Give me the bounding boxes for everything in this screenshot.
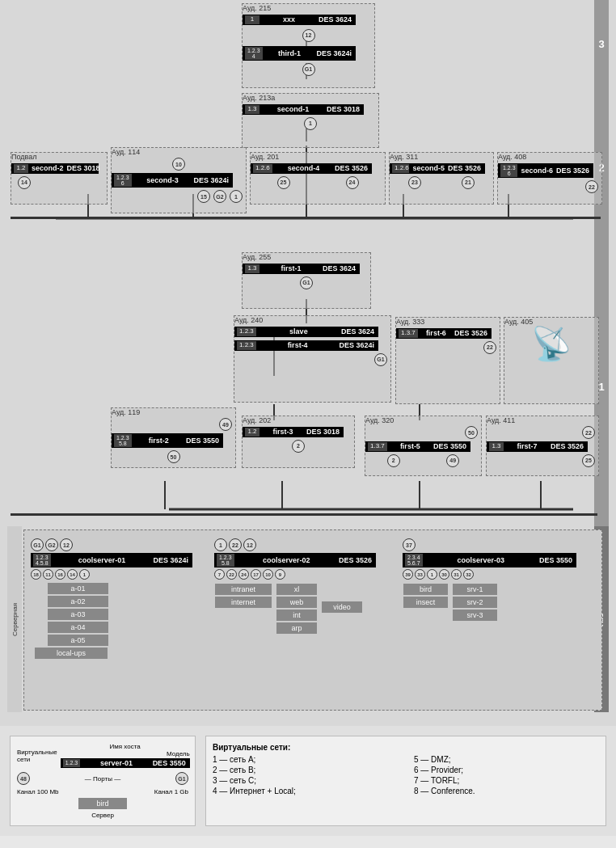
name-second4: second-4 xyxy=(274,164,333,172)
model-second4: DES 3526 xyxy=(333,164,369,172)
room-aud240: Ауд. 240 1.2.3 slave DES 3624 1.2.3 firs… xyxy=(234,315,391,403)
legend-model-label: Модель xyxy=(61,750,190,757)
room-label-aud201: Ауд. 201 xyxy=(251,153,385,161)
legend-right: Виртуальные сети: 1 — сеть А; 5 — DMZ; 2… xyxy=(205,736,606,826)
node-22-aud411: 22 xyxy=(582,426,595,439)
server-room-label: Серверная xyxy=(7,526,22,712)
room-label-aud408: Ауд. 408 xyxy=(498,153,601,161)
vs-a04: a-04 xyxy=(48,622,108,633)
node-14: 14 xyxy=(18,176,31,189)
node-22-aud333: 22 xyxy=(483,341,496,354)
node-22-cs02: 22 xyxy=(229,538,242,551)
device-xxx: 1 xxx DES 3624 xyxy=(243,15,356,25)
device-first4: 1.2.3 first-4 DES 3624i xyxy=(234,340,378,351)
legend-net-4: 4 — Интернет + Local; xyxy=(213,787,398,795)
model-cs03: DES 3550 xyxy=(538,556,574,564)
name-first2: first-2 xyxy=(133,437,184,445)
room-aud311: Ауд. 311 1.2.6 second-5 DES 3526 23 21 xyxy=(389,152,494,205)
node-12-cs02: 12 xyxy=(243,538,256,551)
room-aud320: Ауд. 320 50 1.3.7 first-5 DES 3550 2 49 xyxy=(365,416,482,476)
node-10: 10 xyxy=(172,158,185,171)
device-coolserver02: 1.2.35.8 coolserver-02 DES 3526 xyxy=(214,553,376,567)
device-third1: 1.2.34 third-1 DES 3624i xyxy=(243,46,356,61)
vs-bird: bird xyxy=(403,584,448,595)
node-50-aud119: 50 xyxy=(167,450,180,463)
room-label-aud311: Ауд. 311 xyxy=(390,153,493,161)
vs-arp: arp xyxy=(276,622,317,634)
legend-node-48: 48 xyxy=(17,772,30,785)
legend-title: Виртуальные сети: xyxy=(213,743,599,752)
node-1-cs02: 1 xyxy=(214,538,227,551)
legend-columns: 1 — сеть А; 5 — DMZ; 2 — сеть В; 6 — Pro… xyxy=(213,755,599,795)
room-label-aud333: Ауд. 333 xyxy=(396,318,500,326)
node-G2-srv: G2 xyxy=(45,538,58,551)
name-first5: first-5 xyxy=(389,442,432,450)
node-22-aud408: 22 xyxy=(585,180,598,193)
name-second1: second-1 xyxy=(261,105,325,113)
vs-xl: xl xyxy=(276,584,317,595)
node-49-aud119: 49 xyxy=(219,418,232,431)
node-24: 24 xyxy=(346,176,359,189)
model-first5: DES 3550 xyxy=(432,442,468,450)
model-second6: DES 3526 xyxy=(555,167,591,175)
node-G1-third: G1 xyxy=(302,63,315,76)
vs-video: video xyxy=(322,601,362,613)
node-1: 1 xyxy=(230,190,243,203)
node-2-aud202: 2 xyxy=(292,440,305,453)
vs-int: int xyxy=(276,610,317,621)
model-cs01: DES 3624i xyxy=(151,556,190,564)
vs-insect: insect xyxy=(403,597,448,608)
port-first5: 1.3.7 xyxy=(368,442,387,451)
room-label-aud255: Ауд. 255 xyxy=(243,253,370,261)
node-17: 17 xyxy=(251,569,261,580)
node-2-aud320: 2 xyxy=(387,454,400,467)
node-18: 18 xyxy=(31,569,41,580)
vs-web: web xyxy=(276,597,317,608)
vs-a05: a-05 xyxy=(48,635,108,646)
port-xxx: 1 xyxy=(245,15,259,24)
node-22b: 22 xyxy=(226,569,237,580)
room-aud114: Ауд. 114 10 1.2.36 second-3 DES 3624i 15… xyxy=(111,147,247,213)
port-second5: 1.2.6 xyxy=(392,164,409,173)
legend-port-example: 1.2.3 xyxy=(63,759,81,767)
node-1-srv: 1 xyxy=(79,569,90,580)
node-10b: 10 xyxy=(263,569,273,580)
vs-intranet: intranet xyxy=(215,584,272,595)
port-second4: 1.2.6 xyxy=(253,164,272,173)
port-cs01: 1.2.34.5.8 xyxy=(33,554,51,567)
node-G2: G2 xyxy=(213,190,226,203)
name-first1: first-1 xyxy=(261,264,321,272)
port-first7: 1.3 xyxy=(489,442,504,451)
legend-net-5: 5 — DMZ; xyxy=(414,755,599,764)
legend-model-example: DES 3550 xyxy=(151,759,188,767)
band-3: 3 xyxy=(594,0,609,87)
legend-device-example: 1.2.3 server-01 DES 3550 xyxy=(61,758,190,768)
name-cs02: coolserver-02 xyxy=(236,556,337,564)
device-second4: 1.2.6 second-4 DES 3526 xyxy=(251,163,372,174)
room-label-aud411: Ауд. 411 xyxy=(487,416,598,424)
device-second6: 1.2.36 second-6 DES 3526 xyxy=(498,163,593,178)
name-second3: second-3 xyxy=(133,176,192,184)
room-aud213a: Ауд. 213а 1.3 second-1 DES 3018 1 xyxy=(242,93,379,148)
port-first3: 1.2 xyxy=(245,428,259,437)
node-G1-srv: G1 xyxy=(31,538,44,551)
legend-host-example: server-01 xyxy=(82,759,150,767)
vs-a01: a-01 xyxy=(48,583,108,594)
legend-host-label: Имя хоста xyxy=(61,743,190,750)
node-25: 25 xyxy=(277,176,290,189)
room-aud119: Ауд. 119 49 1.2.35.8 first-2 DES 3550 50 xyxy=(111,407,236,468)
legend-left: Виртуальные сети Имя хоста Модель 1.2.3 … xyxy=(10,736,196,826)
name-cs01: coolserver-01 xyxy=(53,556,152,564)
legend-net-3: 3 — сеть С; xyxy=(213,776,398,785)
node-50-aud320: 50 xyxy=(465,426,478,439)
model-cs02: DES 3526 xyxy=(337,556,373,564)
device-first3: 1.2 first-3 DES 3018 xyxy=(243,427,344,437)
vs-srv2: srv-2 xyxy=(453,597,497,608)
room-aud411: Ауд. 411 22 1.3 first-7 DES 3526 25 xyxy=(486,416,599,476)
device-slave: 1.2.3 slave DES 3624 xyxy=(234,327,378,337)
node-7: 7 xyxy=(214,569,225,580)
device-first2: 1.2.35.8 first-2 DES 3550 xyxy=(112,433,223,448)
room-aud202: Ауд. 202 1.2 first-3 DES 3018 2 xyxy=(242,416,355,468)
room-aud408: Ауд. 408 1.2.36 second-6 DES 3526 22 xyxy=(497,152,602,205)
name-xxx: xxx xyxy=(261,15,317,23)
